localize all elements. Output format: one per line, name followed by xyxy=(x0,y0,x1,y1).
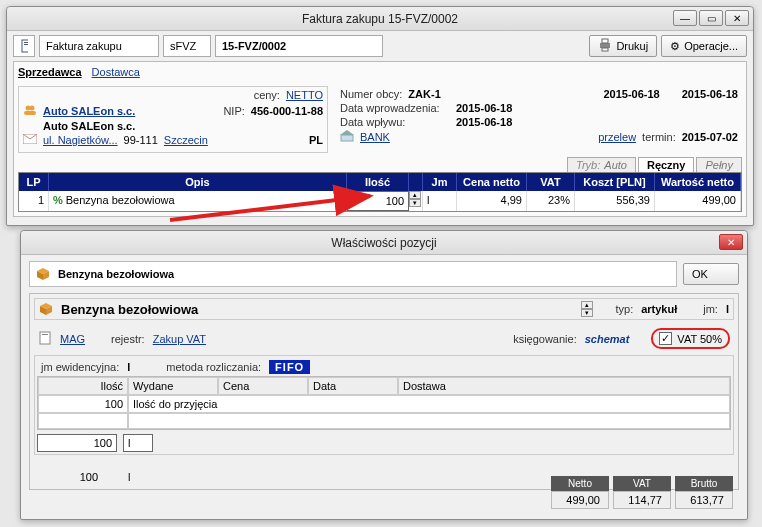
close-button[interactable]: ✕ xyxy=(725,10,749,26)
main-toolbar: Faktura zakupu sFVZ 15-FVZ/0002 Drukuj ⚙… xyxy=(13,35,747,57)
main-window: Faktura zakupu 15-FVZ/0002 — ▭ ✕ Faktura… xyxy=(6,6,754,226)
page-icon xyxy=(38,331,52,347)
mode-tab-manual[interactable]: Ręczny xyxy=(638,157,695,172)
seller-name-link[interactable]: Auto SALEon s.c. xyxy=(43,105,135,117)
table-row[interactable]: 1 %Benzyna bezołowiowa 100 ▴▾ l 4,99 23%… xyxy=(19,191,741,211)
doc-number-field[interactable]: 15-FVZ/0002 xyxy=(215,35,383,57)
totals-panel: Netto 499,00 VAT 114,77 Brutto 613,77 xyxy=(551,476,733,509)
cube-icon xyxy=(39,302,53,316)
items-grid: LP Opis Ilość Jm Cena netto VAT Koszt [P… xyxy=(18,172,742,212)
payment-link[interactable]: przelew xyxy=(598,131,636,143)
mode-tabs: Tryb:Auto Ręczny Pełny xyxy=(18,157,742,172)
main-title: Faktura zakupu 15-FVZ/0002 xyxy=(302,12,458,26)
posting-value[interactable]: schemat xyxy=(585,333,630,345)
svg-rect-21 xyxy=(42,334,48,335)
item-name-box: Benzyna bezołowiowa xyxy=(29,261,677,287)
gear-icon: ⚙ xyxy=(670,40,680,53)
ok-button[interactable]: OK xyxy=(683,263,739,285)
svg-rect-3 xyxy=(600,43,610,48)
qty-spin-down[interactable]: ▾ xyxy=(409,199,421,207)
props-window: Właściwości pozycji ✕ Benzyna bezołowiow… xyxy=(20,230,748,520)
tab-supplier[interactable]: Dostawca xyxy=(92,66,140,78)
price-mode-link[interactable]: NETTO xyxy=(286,89,323,101)
code-prefix-field[interactable]: sFVZ xyxy=(163,35,211,57)
meta-panel: Numer obcy: ZAK-1 2015-06-18 2015-06-18 … xyxy=(336,86,742,153)
bank-icon xyxy=(340,130,354,144)
mode-tab-auto[interactable]: Tryb:Auto xyxy=(567,157,636,172)
svg-rect-2 xyxy=(24,44,28,45)
item-spin-up[interactable]: ▴ xyxy=(581,301,593,309)
total-brutto: 613,77 xyxy=(675,491,733,509)
foreign-no-value: ZAK-1 xyxy=(408,88,440,100)
doc-type-field[interactable]: Faktura zakupu xyxy=(39,35,159,57)
total-netto: 499,00 xyxy=(551,491,609,509)
nip-value: 456-000-11-88 xyxy=(251,105,323,117)
svg-point-7 xyxy=(30,106,35,111)
operations-button[interactable]: ⚙ Operacje... xyxy=(661,35,747,57)
svg-rect-4 xyxy=(602,39,608,43)
doc-icon[interactable] xyxy=(13,35,35,57)
maximize-button[interactable]: ▭ xyxy=(699,10,723,26)
vat50-highlight: ✓ VAT 50% xyxy=(651,328,730,349)
svg-rect-11 xyxy=(341,135,353,141)
svg-rect-20 xyxy=(40,332,50,344)
percent-icon: % xyxy=(53,194,63,206)
method-badge: FIFO xyxy=(269,360,310,374)
footer-unit-field[interactable]: l xyxy=(123,434,153,452)
svg-marker-10 xyxy=(340,130,354,135)
svg-rect-5 xyxy=(602,48,608,51)
item-spin-down[interactable]: ▾ xyxy=(581,309,593,317)
register-link[interactable]: Zakup VAT xyxy=(153,333,206,345)
store-link[interactable]: MAG xyxy=(60,333,85,345)
tab-seller[interactable]: Sprzedawca xyxy=(18,66,82,78)
delivery-grid: Ilość Wydane Cena Data Dostawa 100 Ilość… xyxy=(37,376,731,430)
people-icon xyxy=(23,104,37,118)
props-close-button[interactable]: ✕ xyxy=(719,234,743,250)
minimize-button[interactable]: — xyxy=(673,10,697,26)
bank-link[interactable]: BANK xyxy=(360,131,390,143)
city-link[interactable]: Szczecin xyxy=(164,134,208,146)
seller-panel: ceny: NETTO Auto SALEon s.c. NIP: 456-00… xyxy=(18,86,328,153)
mode-tab-full[interactable]: Pełny xyxy=(696,157,742,172)
print-button[interactable]: Drukuj xyxy=(589,35,657,57)
printer-icon xyxy=(598,38,612,54)
qty-spin-up[interactable]: ▴ xyxy=(409,191,421,199)
vat50-label: VAT 50% xyxy=(677,333,722,345)
qty-input[interactable]: 100 xyxy=(347,191,409,211)
svg-rect-1 xyxy=(24,42,28,43)
cube-icon xyxy=(36,267,50,281)
svg-rect-8 xyxy=(24,111,36,115)
props-titlebar[interactable]: Właściwości pozycji ✕ xyxy=(21,231,747,255)
total-vat: 114,77 xyxy=(613,491,671,509)
street-link[interactable]: ul. Nagietków... xyxy=(43,134,118,146)
main-titlebar[interactable]: Faktura zakupu 15-FVZ/0002 — ▭ ✕ xyxy=(7,7,753,31)
props-title: Właściwości pozycji xyxy=(331,236,436,250)
footer-qty-input[interactable]: 100 xyxy=(37,434,117,452)
item-name-full: Benzyna bezołowiowa xyxy=(61,302,198,317)
vat50-checkbox[interactable]: ✓ xyxy=(659,332,672,345)
envelope-icon xyxy=(23,134,37,146)
svg-rect-0 xyxy=(22,40,28,52)
